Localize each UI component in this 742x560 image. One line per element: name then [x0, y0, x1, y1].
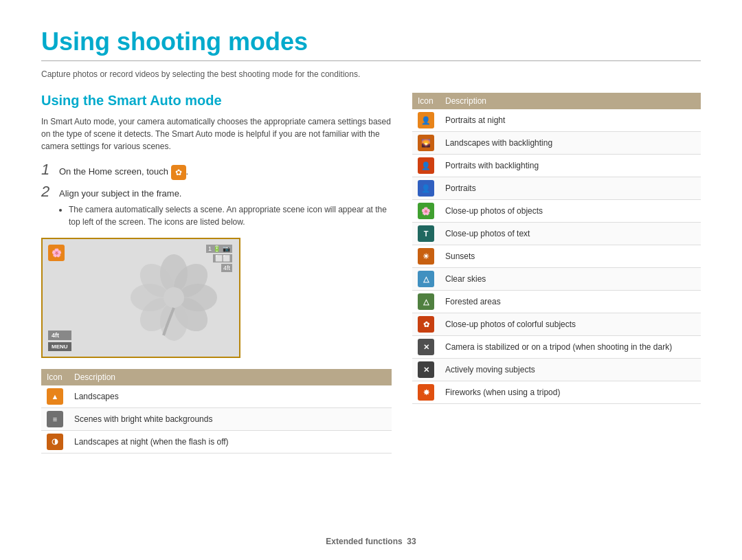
vf-status: 1 🔋 📷 ⬜⬜ 4ft [206, 245, 232, 272]
step-1-text: On the Home screen, touch ✿. [59, 165, 188, 180]
description-cell: Close-up photos of colorful subjects [440, 313, 701, 336]
scene-icon-tripod: ✕ [418, 339, 434, 355]
table-row: 🌄Landscapes with backlighting [412, 132, 701, 155]
scene-icon-closeup-text: T [418, 225, 434, 242]
scene-icon-portrait-backlight: 👤 [418, 157, 434, 174]
left-icon-table: Icon Description ▲Landscapes≡Scenes with… [41, 369, 392, 453]
icon-cell: ✿ [412, 313, 440, 336]
table-row: ◑Landscapes at night (when the flash is … [41, 430, 392, 453]
main-content: Using the Smart Auto mode In Smart Auto … [41, 93, 701, 453]
scene-icon-landscape-backlight: 🌄 [418, 135, 434, 151]
step-1: 1 On the Home screen, touch ✿. [41, 162, 392, 180]
svg-point-8 [164, 287, 184, 308]
left-table-icon-header: Icon [41, 369, 69, 385]
scene-icon-night-landscape: ◑ [47, 434, 63, 450]
description-cell: Scenes with bright white backgrounds [69, 407, 392, 430]
right-icon-table: Icon Description 👤Portraits at night🌄Lan… [412, 93, 701, 404]
icon-cell: 👤 [412, 177, 440, 200]
icon-cell: ✸ [412, 381, 440, 404]
right-table-icon-header: Icon [412, 93, 440, 109]
vf-status-line-2: ⬜⬜ [213, 254, 232, 262]
description-cell: Actively moving subjects [440, 359, 701, 381]
bullet-list: The camera automatically selects a scene… [69, 203, 392, 228]
icon-cell: 👤 [412, 109, 440, 132]
description-cell: Close-up photos of objects [440, 200, 701, 223]
table-row: △Clear skies [412, 268, 701, 291]
icon-cell: ✕ [412, 359, 440, 381]
step-2: 2 Align your subject in the frame. [41, 184, 392, 199]
description-cell: Landscapes [69, 385, 392, 408]
step-2-number: 2 [41, 184, 54, 199]
icon-cell: ◑ [41, 430, 69, 453]
description-cell: Landscapes with backlighting [440, 132, 701, 155]
description-cell: Landscapes at night (when the flash is o… [69, 430, 392, 453]
description-cell: Portraits at night [440, 109, 701, 132]
left-table-desc-header: Description [69, 369, 392, 385]
description-cell: Sunsets [440, 245, 701, 268]
flower-image [129, 253, 218, 342]
table-row: ✕Camera is stabilized or on a tripod (wh… [412, 336, 701, 359]
page-footer: Extended functions 33 [0, 537, 742, 546]
table-row: ✕Actively moving subjects [412, 359, 701, 381]
icon-cell: ✕ [412, 336, 440, 359]
footer-label: Extended functions [326, 537, 402, 546]
icon-cell: △ [412, 291, 440, 313]
description-cell: Forested areas [440, 291, 701, 313]
table-row: ✿Close-up photos of colorful subjects [412, 313, 701, 336]
page-title: Using shooting modes [41, 27, 701, 56]
vf-ft-badge: 4ft [48, 331, 71, 340]
description-cell: Close-up photos of text [440, 223, 701, 245]
bullet-item: The camera automatically selects a scene… [69, 203, 392, 228]
section-description: In Smart Auto mode, your camera automati… [41, 115, 392, 153]
left-column: Using the Smart Auto mode In Smart Auto … [41, 93, 392, 453]
description-cell: Camera is stabilized or on a tripod (whe… [440, 336, 701, 359]
camera-viewfinder: 🌸 1 🔋 📷 ⬜⬜ 4ft 4ft MENU [41, 238, 240, 358]
scene-icon-fireworks: ✸ [418, 384, 434, 401]
scene-icon-forested: △ [418, 293, 434, 310]
step-1-number: 1 [41, 162, 54, 177]
right-column: Icon Description 👤Portraits at night🌄Lan… [412, 93, 701, 453]
table-row: 🌸Close-up photos of objects [412, 200, 701, 223]
table-row: TClose-up photos of text [412, 223, 701, 245]
table-row: ▲Landscapes [41, 385, 392, 408]
scene-icon-closeup-objects: 🌸 [418, 203, 434, 219]
table-row: ≡Scenes with bright white backgrounds [41, 407, 392, 430]
icon-cell: 👤 [412, 155, 440, 177]
step-2-text: Align your subject in the frame. [59, 188, 181, 199]
title-divider [41, 60, 701, 61]
table-row: ✸Fireworks (when using a tripod) [412, 381, 701, 404]
right-table-desc-header: Description [440, 93, 701, 109]
scene-icon-moving: ✕ [418, 361, 434, 378]
vf-status-line-3: 4ft [221, 264, 232, 272]
scene-icon-clear-skies: △ [418, 271, 434, 287]
scene-icon-bright-bg: ≡ [47, 411, 63, 427]
icon-cell: ▲ [41, 385, 69, 408]
icon-cell: 🌸 [412, 200, 440, 223]
scene-icon-closeup-colorful: ✿ [418, 316, 434, 333]
table-row: 👤Portraits at night [412, 109, 701, 132]
description-cell: Portraits [440, 177, 701, 200]
table-row: 👤Portraits [412, 177, 701, 200]
scene-icon-portrait: 👤 [418, 180, 434, 197]
section-title: Using the Smart Auto mode [41, 93, 392, 109]
vf-scene-icon: 🌸 [48, 245, 65, 261]
icon-cell: T [412, 223, 440, 245]
scene-icon-landscape: ▲ [47, 388, 63, 405]
vf-menu-badge: MENU [48, 342, 71, 351]
icon-cell: ≡ [41, 407, 69, 430]
icon-cell: ☀ [412, 245, 440, 268]
scene-icon-sunsets: ☀ [418, 248, 434, 265]
table-row: ☀Sunsets [412, 245, 701, 268]
table-row: △Forested areas [412, 291, 701, 313]
vf-badges: 4ft MENU [48, 331, 71, 351]
scene-icon-portrait-night: 👤 [418, 112, 434, 128]
icon-cell: 🌄 [412, 132, 440, 155]
subtitle-text: Capture photos or record videos by selec… [41, 69, 701, 79]
table-row: 👤Portraits with backlighting [412, 155, 701, 177]
description-cell: Portraits with backlighting [440, 155, 701, 177]
description-cell: Fireworks (when using a tripod) [440, 381, 701, 404]
icon-cell: △ [412, 268, 440, 291]
description-cell: Clear skies [440, 268, 701, 291]
footer-page: 33 [407, 537, 416, 546]
vf-status-line-1: 1 🔋 📷 [206, 245, 232, 253]
